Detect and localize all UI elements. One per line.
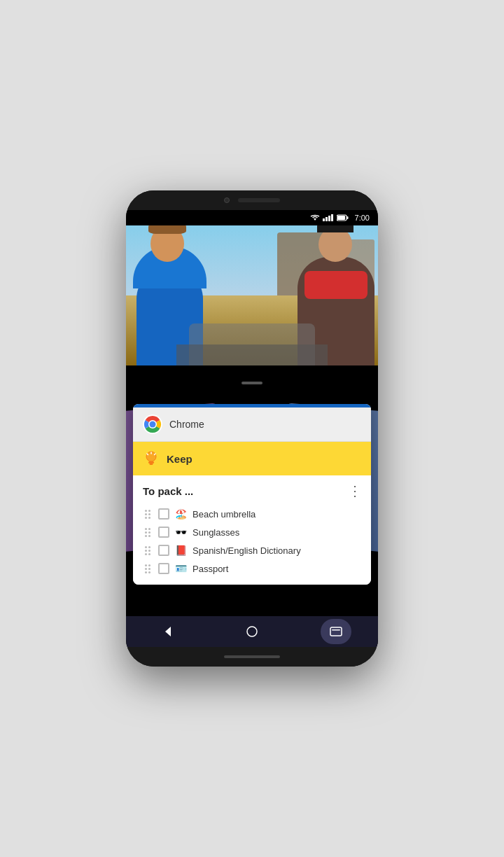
svg-rect-7 <box>337 216 345 220</box>
status-icons: 7:00 <box>310 214 370 222</box>
checkbox[interactable] <box>158 508 169 520</box>
item-emoji: 🪪 <box>175 563 187 574</box>
svg-marker-17 <box>165 627 171 636</box>
svg-rect-6 <box>346 216 348 219</box>
screen: 7:00 <box>126 210 378 647</box>
chrome-app-row[interactable]: Chrome <box>133 407 371 442</box>
svg-rect-20 <box>332 629 340 631</box>
back-button[interactable] <box>153 619 183 644</box>
phone-frame: 7:00 <box>126 190 378 667</box>
back-icon <box>162 625 174 638</box>
svg-rect-12 <box>148 461 154 464</box>
svg-rect-13 <box>150 464 153 465</box>
svg-rect-19 <box>330 627 342 636</box>
svg-line-16 <box>155 454 156 455</box>
svg-point-18 <box>247 627 257 636</box>
phone-bottom <box>126 647 378 667</box>
more-options-icon[interactable]: ⋮ <box>348 482 361 499</box>
wifi-icon <box>310 214 320 221</box>
svg-point-10 <box>150 421 156 428</box>
app-switcher[interactable]: Chrome Keep <box>126 400 378 616</box>
status-time: 7:00 <box>355 214 370 222</box>
svg-line-15 <box>147 454 148 455</box>
checkbox[interactable] <box>158 527 169 538</box>
main-card[interactable]: Chrome Keep <box>133 404 371 585</box>
svg-rect-4 <box>331 214 333 221</box>
list-item: 🕶️ Sunglasses <box>143 523 361 541</box>
status-bar: 7:00 <box>126 210 378 225</box>
battery-icon <box>337 214 349 221</box>
video-scene <box>126 225 378 365</box>
phone-top <box>126 190 378 210</box>
svg-rect-2 <box>326 217 328 221</box>
note-header: To pack ... ⋮ <box>143 482 361 499</box>
item-text: Spanish/English Dictionary <box>192 545 301 556</box>
list-item: 📕 Spanish/English Dictionary <box>143 541 361 559</box>
chrome-icon <box>143 414 162 434</box>
svg-rect-1 <box>323 218 325 221</box>
chrome-label: Chrome <box>169 419 204 430</box>
handle-bar <box>241 382 262 384</box>
signal-icon <box>323 214 334 221</box>
recents-button[interactable] <box>321 619 351 644</box>
checkbox[interactable] <box>158 563 169 574</box>
list-item: 🏖️ Beach umbrella <box>143 505 361 523</box>
home-button[interactable] <box>237 619 267 644</box>
checkbox[interactable] <box>158 545 169 556</box>
recents-icon <box>330 626 342 637</box>
keep-icon <box>143 450 160 467</box>
drag-handle <box>143 528 153 537</box>
item-emoji: 🏖️ <box>175 508 187 520</box>
dark-strip <box>126 365 378 400</box>
item-text: Sunglasses <box>192 527 239 538</box>
camera <box>224 197 230 203</box>
keep-app-row[interactable]: Keep <box>133 442 371 475</box>
item-text: Passport <box>192 564 228 574</box>
item-emoji: 🕶️ <box>175 527 187 538</box>
svg-rect-3 <box>328 216 330 221</box>
drag-handle <box>143 564 153 573</box>
home-indicator <box>224 655 280 658</box>
speaker <box>238 198 280 202</box>
list-item: 🪪 Passport <box>143 559 361 578</box>
item-emoji: 📕 <box>175 545 187 556</box>
drag-handle <box>143 546 153 555</box>
video-area <box>126 225 378 365</box>
note-content: To pack ... ⋮ 🏖️ Beach umbrella <box>133 475 371 585</box>
home-icon <box>246 625 258 638</box>
note-title: To pack ... <box>143 485 193 497</box>
item-text: Beach umbrella <box>192 509 255 520</box>
nav-bar <box>126 616 378 647</box>
drag-handle <box>143 510 153 519</box>
svg-marker-0 <box>314 218 316 221</box>
keep-label: Keep <box>167 453 192 465</box>
